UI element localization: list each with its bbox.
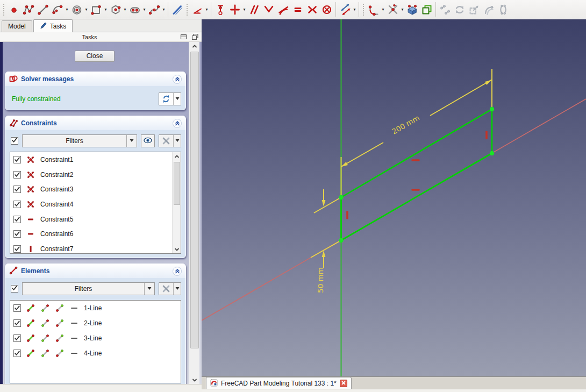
toolbar-handle[interactable] (185, 3, 189, 17)
element-row[interactable]: 1-Line (10, 301, 181, 316)
create-bspline-button[interactable] (147, 2, 161, 17)
constraint-row[interactable]: Constraint7 (10, 241, 181, 254)
constraint-row[interactable]: Constraint6 (10, 226, 181, 241)
tasks-scrollbar[interactable] (189, 42, 199, 384)
scroll-down-icon[interactable] (189, 376, 200, 384)
constraint-row[interactable]: Constraint4 (10, 197, 181, 212)
constraint-equal-button[interactable] (290, 2, 305, 17)
constraint-horizontal-vertical-button[interactable] (227, 2, 242, 17)
edit-attachment-button[interactable] (405, 2, 419, 17)
sketch-viewport[interactable]: 200 mm50 mm (202, 19, 586, 376)
constraint-checkbox[interactable] (13, 171, 21, 179)
element-checkbox[interactable] (13, 319, 21, 327)
create-slot-button[interactable] (127, 2, 142, 17)
element-row[interactable]: 3-Line (10, 331, 181, 346)
constraint-checkbox[interactable] (13, 216, 21, 223)
scale-button[interactable] (467, 2, 481, 17)
dropdown-caret[interactable]: ▾ (123, 7, 127, 12)
sketch-scene[interactable]: 200 mm50 mm (202, 19, 586, 376)
create-circle-button[interactable] (69, 2, 84, 17)
element-settings-button[interactable] (159, 282, 181, 295)
constraint-row[interactable]: Constraint3 (10, 182, 181, 197)
join-curves-button[interactable] (438, 2, 452, 17)
scroll-down-icon[interactable] (173, 245, 181, 253)
scroll-up-icon[interactable] (173, 152, 181, 160)
collapse-elements-button[interactable] (173, 267, 182, 276)
constraint-symmetric-button[interactable] (305, 2, 319, 17)
create-polyline-button[interactable] (21, 2, 35, 17)
dropdown-caret[interactable]: ▾ (142, 7, 147, 12)
constraints-filter-checkbox[interactable] (11, 137, 18, 145)
constraint-settings-button[interactable] (159, 134, 181, 147)
combo-arrow[interactable] (126, 135, 137, 147)
constraint-checkbox[interactable] (13, 156, 21, 163)
create-arc-button[interactable] (50, 2, 65, 17)
refresh-dropdown[interactable] (173, 93, 181, 105)
fillet-button[interactable] (366, 2, 381, 17)
constraints-filter-combo[interactable]: Filters (22, 134, 137, 147)
dropdown-caret[interactable]: ▾ (352, 7, 357, 12)
clone-button[interactable] (419, 2, 434, 17)
constraint-angle-button[interactable] (190, 2, 204, 17)
create-polygon-button[interactable] (108, 2, 123, 17)
toolbar-handle[interactable] (362, 3, 365, 17)
constraint-checkbox[interactable] (13, 245, 21, 253)
element-checkbox[interactable] (13, 334, 21, 342)
create-point-button[interactable] (6, 2, 21, 17)
element-checkbox[interactable] (13, 304, 21, 312)
combo-arrow[interactable] (144, 283, 154, 295)
elements-header[interactable]: Elements (5, 264, 185, 278)
scrollbar-thumb[interactable] (174, 162, 180, 205)
constraint-checkbox[interactable] (13, 230, 21, 238)
dropdown-caret[interactable]: ▾ (242, 7, 247, 12)
dock-panel-icon[interactable] (179, 33, 188, 41)
dropdown-caret[interactable]: ▾ (65, 7, 69, 12)
settings-dropdown[interactable] (173, 283, 181, 295)
trim-button[interactable] (385, 2, 400, 17)
update-solver-button[interactable] (159, 92, 181, 105)
tab-model[interactable]: Model (2, 20, 32, 32)
collapse-solver-button[interactable] (173, 75, 182, 84)
close-document-button[interactable] (340, 380, 347, 387)
undock-panel-icon[interactable] (190, 33, 199, 41)
constraint-checkbox[interactable] (13, 186, 21, 193)
constraint-block-button[interactable] (319, 2, 334, 17)
constraint-point-on-object-button[interactable] (213, 2, 227, 17)
dropdown-caret[interactable]: ▾ (103, 7, 108, 12)
element-checkbox[interactable] (13, 350, 21, 357)
collapse-constraints-button[interactable] (173, 119, 182, 128)
create-line-button[interactable] (35, 2, 50, 17)
elements-filter-checkbox[interactable] (11, 285, 18, 293)
elements-filter-combo[interactable]: Filters (22, 282, 155, 295)
construction-mode-button[interactable] (170, 2, 184, 17)
element-row[interactable]: 4-Line (10, 346, 181, 361)
dropdown-caret[interactable]: ▾ (381, 7, 385, 12)
toolbar-handle[interactable] (2, 3, 5, 17)
symmetry-button[interactable] (496, 2, 510, 17)
scroll-up-icon[interactable] (189, 42, 200, 50)
constraints-header[interactable]: Constraints (5, 116, 185, 130)
constraint-row[interactable]: Constraint2 (10, 167, 181, 182)
constraint-checkbox[interactable] (13, 201, 21, 208)
solver-messages-header[interactable]: Solver messages (5, 72, 185, 86)
dimension-button[interactable] (338, 2, 352, 17)
dropdown-caret[interactable]: ▾ (204, 7, 209, 12)
constraint-perpendicular-button[interactable] (261, 2, 276, 17)
dropdown-caret[interactable]: ▾ (161, 7, 166, 12)
constraint-row[interactable]: Constraint5 (10, 212, 181, 227)
constraint-parallel-button[interactable] (247, 2, 261, 17)
tab-tasks[interactable]: Tasks (33, 19, 73, 32)
document-tab[interactable]: FreeCAD Part Modeling Tutorial 133 : 1* (206, 377, 352, 389)
create-rectangle-button[interactable] (89, 2, 103, 17)
close-button[interactable]: Close (75, 51, 115, 62)
constraints-scrollbar[interactable] (172, 152, 181, 253)
element-row[interactable]: 2-Line (10, 316, 181, 331)
scrollbar-thumb[interactable] (190, 52, 199, 348)
settings-dropdown[interactable] (173, 135, 181, 147)
dropdown-caret[interactable]: ▾ (400, 7, 405, 12)
rotate-button[interactable] (452, 2, 467, 17)
dropdown-caret[interactable]: ▾ (84, 7, 89, 12)
offset-button[interactable] (481, 2, 496, 17)
show-hide-constraints-button[interactable] (141, 134, 155, 147)
constraint-tangent-button[interactable] (276, 2, 290, 17)
